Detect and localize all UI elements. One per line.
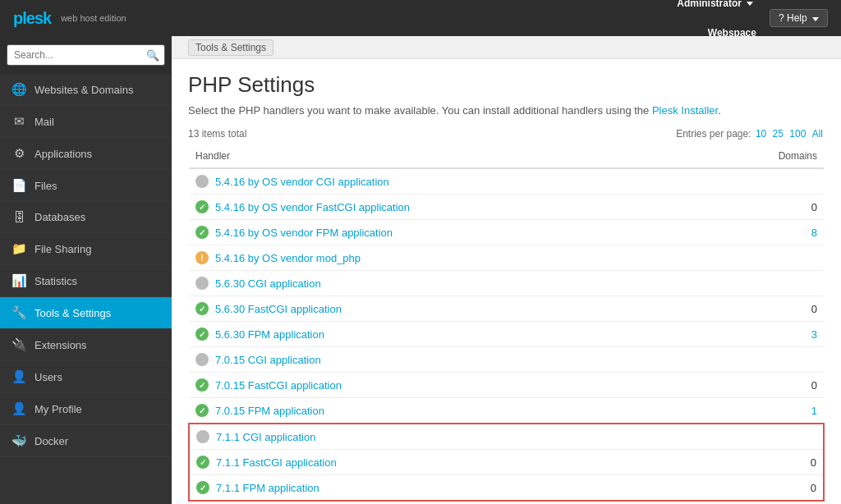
sidebar-item-websites-domains[interactable]: 🌐 Websites & Domains <box>0 74 172 106</box>
sidebar-item-statistics[interactable]: 📊 Statistics <box>0 265 172 297</box>
handler-link[interactable]: 5.4.16 by OS vendor FastCGI application <box>215 201 410 213</box>
help-icon: ? <box>779 12 784 24</box>
sidebar: 🔍 🌐 Websites & Domains ✉ Mail ⚙ Applicat… <box>0 36 172 504</box>
header-edition: web host edition <box>61 13 126 23</box>
status-icon-green: ✓ <box>195 328 209 341</box>
handler-link[interactable]: 5.6.30 CGI application <box>215 277 321 290</box>
domains-cell: 0 <box>705 373 824 398</box>
handler-cell: ✓5.6.30 FPM application <box>189 322 705 347</box>
tools-icon: 🔧 <box>11 305 26 320</box>
chart-icon: 📊 <box>11 273 26 288</box>
domains-cell <box>705 424 824 450</box>
entries-all-link[interactable]: All <box>812 128 823 140</box>
table-row: ✓5.6.30 FPM application3 <box>189 322 824 347</box>
handler-link[interactable]: 5.4.16 by OS vendor FPM application <box>215 227 393 239</box>
mail-icon: ✉ <box>11 114 26 129</box>
handler-cell: ✓5.6.30 FastCGI application <box>189 296 705 322</box>
handler-cell: ✓7.0.15 FPM application <box>189 398 705 424</box>
handler-link[interactable]: 5.4.16 by OS vendor CGI application <box>215 176 389 188</box>
main-layout: 🔍 🌐 Websites & Domains ✉ Mail ⚙ Applicat… <box>0 36 841 504</box>
breadcrumb[interactable]: Tools & Settings <box>188 39 273 56</box>
sidebar-item-docker[interactable]: 🐳 Docker <box>0 425 172 457</box>
entries-25-link[interactable]: 25 <box>773 128 784 140</box>
status-icon-warning: ! <box>195 251 209 264</box>
page-desc-text: Select the PHP handlers you want to make… <box>188 104 649 117</box>
status-icon-green: ✓ <box>195 302 209 315</box>
handler-link[interactable]: 5.6.30 FastCGI application <box>215 303 342 315</box>
items-count-bar: 13 items total Entries per page: 10 25 1… <box>188 128 825 140</box>
handler-link[interactable]: 7.1.1 FastCGI application <box>216 456 337 469</box>
handler-link[interactable]: 5.4.16 by OS vendor mod_php <box>215 252 361 264</box>
handler-cell: 7.1.1 CGI application <box>189 424 705 450</box>
table-row: 7.0.15 CGI application <box>189 347 824 373</box>
sidebar-item-file-sharing[interactable]: 📁 File Sharing <box>0 233 172 265</box>
sidebar-item-files[interactable]: 📄 Files <box>0 170 172 202</box>
status-icon-green: ✓ <box>196 456 209 469</box>
globe-icon: 🌐 <box>11 82 26 97</box>
handler-cell: ✓5.4.16 by OS vendor FastCGI application <box>189 195 705 220</box>
table-row: ✓7.1.1 FPM application0 <box>189 475 824 502</box>
user-icon: 👤 <box>11 369 26 384</box>
sidebar-item-users[interactable]: 👤 Users <box>0 361 172 393</box>
domains-cell: 0 <box>705 195 824 220</box>
status-icon-grey <box>195 277 209 290</box>
page-description: Select the PHP handlers you want to make… <box>188 104 825 117</box>
content-body: PHP Settings Select the PHP handlers you… <box>172 59 841 504</box>
table-row: 5.4.16 by OS vendor CGI application <box>189 168 824 195</box>
table-row: 7.1.1 CGI application <box>189 424 824 450</box>
sidebar-item-label: Extensions <box>34 339 87 351</box>
handler-link[interactable]: 7.0.15 FPM application <box>215 405 324 417</box>
php-table: Handler Domains 5.4.16 by OS vendor CGI … <box>188 144 825 502</box>
handler-cell: 7.0.15 CGI application <box>189 347 705 373</box>
sidebar-item-label: Websites & Domains <box>34 84 133 96</box>
admin-dropdown[interactable]: Administrator <box>677 0 756 11</box>
status-icon-grey <box>196 430 209 443</box>
sidebar-item-label: Users <box>34 371 62 383</box>
entries-100-link[interactable]: 100 <box>789 128 806 140</box>
extensions-icon: 🔌 <box>11 337 26 352</box>
status-icon-grey <box>195 175 209 188</box>
domains-cell: 0 <box>705 296 824 322</box>
help-button[interactable]: ? Help <box>770 9 828 27</box>
handler-link[interactable]: 7.1.1 CGI application <box>216 431 315 443</box>
sidebar-item-my-profile[interactable]: 👤 My Profile <box>0 393 172 425</box>
handler-cell: ✓7.1.1 FastCGI application <box>189 450 705 475</box>
sidebar-item-label: Files <box>34 180 57 192</box>
domains-cell <box>705 347 824 373</box>
domains-col-header: Domains <box>705 144 824 168</box>
admin-chevron-icon <box>747 2 753 6</box>
database-icon: 🗄 <box>11 210 26 224</box>
handler-link[interactable]: 7.1.1 FPM application <box>216 482 319 494</box>
handler-link[interactable]: 5.6.30 FPM application <box>215 328 324 341</box>
sidebar-item-label: Statistics <box>34 275 77 287</box>
search-icon: 🔍 <box>146 49 159 62</box>
sidebar-item-tools-settings[interactable]: 🔧 Tools & Settings <box>0 297 172 329</box>
page-title: PHP Settings <box>188 72 825 98</box>
sidebar-item-applications[interactable]: ⚙ Applications <box>0 138 172 170</box>
handler-cell: !5.4.16 by OS vendor mod_php <box>189 245 705 271</box>
table-row: ✓5.4.16 by OS vendor FastCGI application… <box>189 195 824 220</box>
items-total-top: 13 items total <box>188 128 246 140</box>
sidebar-item-label: Tools & Settings <box>34 307 111 319</box>
search-input[interactable] <box>7 44 165 66</box>
sidebar-item-label: Applications <box>34 148 92 160</box>
handler-link[interactable]: 7.0.15 FastCGI application <box>215 379 342 392</box>
sidebar-item-databases[interactable]: 🗄 Databases <box>0 202 172 233</box>
status-icon-green: ✓ <box>195 404 209 417</box>
header: plesk web host edition Logged in as Admi… <box>0 0 841 36</box>
sidebar-item-label: File Sharing <box>34 243 91 255</box>
table-row: ✓7.0.15 FPM application1 <box>189 398 824 424</box>
sidebar-item-label: My Profile <box>34 403 82 415</box>
entries-10-link[interactable]: 10 <box>756 128 766 140</box>
handler-link[interactable]: 7.0.15 CGI application <box>215 354 321 366</box>
plesk-installer-link[interactable]: Plesk Installer <box>652 104 718 117</box>
sidebar-item-extensions[interactable]: 🔌 Extensions <box>0 329 172 361</box>
handler-col-header: Handler <box>189 144 705 168</box>
table-row: ✓5.4.16 by OS vendor FPM application8 <box>189 220 824 245</box>
handler-cell: 5.6.30 CGI application <box>189 271 705 296</box>
content-area: Tools & Settings PHP Settings Select the… <box>172 36 841 504</box>
status-icon-green: ✓ <box>195 226 209 239</box>
sidebar-item-mail[interactable]: ✉ Mail <box>0 106 172 138</box>
sidebar-item-label: Docker <box>34 435 68 447</box>
handler-cell: 5.4.16 by OS vendor CGI application <box>189 168 705 195</box>
